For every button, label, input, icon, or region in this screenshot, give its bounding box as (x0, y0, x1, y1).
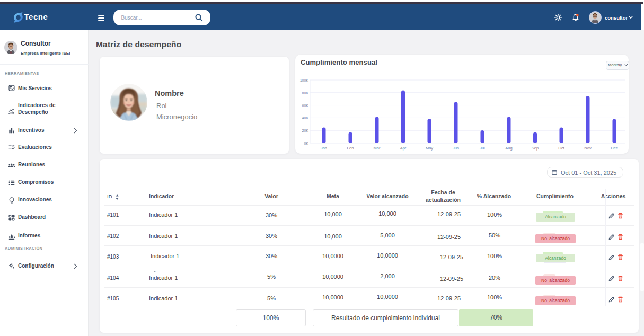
svg-text:Mar: Mar (374, 146, 381, 151)
svg-text:Nov: Nov (584, 146, 592, 151)
svg-text:0K: 0K (304, 142, 308, 145)
svg-text:80K: 80K (302, 91, 309, 95)
svg-text:40K: 40K (302, 116, 309, 120)
svg-text:Dec: Dec (611, 146, 618, 151)
svg-text:20K: 20K (302, 129, 309, 132)
svg-text:Aug: Aug (505, 146, 512, 151)
svg-text:Feb: Feb (347, 146, 354, 151)
svg-text:Sep: Sep (532, 146, 539, 151)
svg-text:Apr: Apr (400, 146, 407, 151)
svg-text:60K: 60K (302, 104, 309, 108)
svg-text:Jun: Jun (453, 146, 459, 151)
svg-text:Jul: Jul (480, 146, 485, 151)
svg-text:May: May (426, 146, 433, 151)
svg-text:Jan: Jan (321, 146, 327, 151)
svg-text:100K: 100K (300, 78, 309, 82)
svg-text:Oct: Oct (558, 146, 565, 151)
